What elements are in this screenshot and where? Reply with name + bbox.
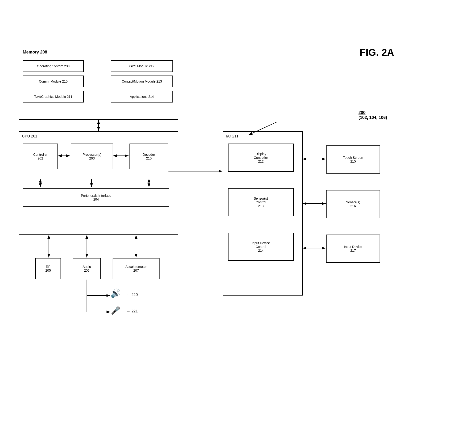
sensors-box: Sensor(s)216 [326,190,380,218]
rf-box: RF205 [35,258,61,279]
touchscreen-box: Touch Screen215 [326,145,380,174]
display-ctrl-box: DisplayController212 [228,144,294,172]
speaker-icon: 🔊 [110,289,121,298]
ref-200-label: 200 (102, 104, 106) [358,110,387,120]
mic-icon: 🎤 [111,306,120,315]
memory-box: Memory 208 Operating System 209 Comm. Mo… [19,47,178,120]
input-device-box: Input Device217 [326,235,380,263]
diagram-container: FIG. 2A 200 (102, 104, 106) Memory 208 O… [19,47,465,410]
comm-box: Comm. Module 210 [23,75,84,87]
cpu-title: CPU 201 [22,134,37,138]
textgfx-box: Text/Graphics Module 211 [23,91,84,102]
controller-box: Controller202 [23,144,58,169]
mic-ref-label: ← 221 [127,309,138,313]
processor-box: Processor(s)203 [71,144,113,169]
os-box: Operating System 209 [23,60,84,72]
memory-title: Memory 208 [23,50,47,55]
contactmotion-box: Contact/Motion Module 213 [111,75,173,87]
cpu-box: CPU 201 Controller202 Processor(s)203 De… [19,131,178,235]
apps-box: Applications 214 [111,91,173,102]
speaker-ref-label: ← 220 [127,293,138,297]
gps-box: GPS Module 212 [111,60,173,72]
sensors-ctrl-box: Sensor(s)Control213 [228,188,294,216]
peripherals-box: Peripherals Interface204 [23,188,169,207]
figure-label: FIG. 2A [360,47,394,58]
decoder-box: Decoder210 [130,144,168,169]
audio-box: Audio206 [73,258,101,279]
io-title: I/O 211 [226,134,238,138]
input-ctrl-box: Input DeviceControl214 [228,233,294,261]
accelerometer-box: Accelerometer207 [113,258,159,279]
io-box: I/O 211 DisplayController212 Sensor(s)Co… [223,131,303,295]
